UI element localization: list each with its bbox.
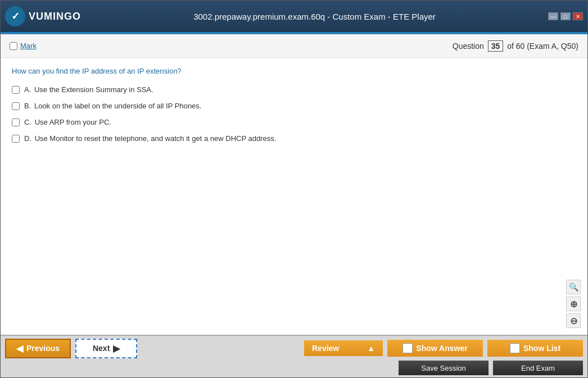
previous-button[interactable]: ◀ Previous [5, 339, 71, 358]
main-window: ✓ VUMINGO 3002.prepaway.premium.exam.60q… [0, 0, 588, 378]
question-text: How can you find the IP address of an IP… [12, 67, 576, 75]
option-c-checkbox[interactable] [12, 119, 20, 126]
option-c-label[interactable]: C. Use ARP from your PC. [24, 118, 111, 126]
window-controls: — □ ✕ [548, 12, 583, 20]
question-of-text: of 60 (Exam A, Q50) [507, 42, 578, 51]
show-answer-icon [402, 343, 413, 353]
content-area: How can you find the IP address of an IP… [1, 58, 587, 335]
option-a: A. Use the Extension Summary in SSA. [12, 85, 576, 94]
option-b: B. Look on the label on the underside of… [12, 102, 576, 110]
option-c: C. Use ARP from your PC. [12, 118, 576, 126]
app-title: 3002.prepaway.premium.exam.60q - Custom … [81, 12, 548, 21]
question-info: Question 35 of 60 (Exam A, Q50) [453, 40, 578, 52]
option-d-label[interactable]: D. Use Monitor to reset the telephone, a… [24, 134, 276, 143]
option-d-checkbox[interactable] [12, 135, 20, 143]
zoom-controls: 🔍 ⊕ ⊖ [566, 280, 581, 328]
mark-checkbox[interactable] [10, 42, 17, 50]
mark-label[interactable]: Mark [20, 42, 37, 50]
next-arrow-icon: ▶ [113, 343, 120, 354]
show-list-icon [510, 343, 520, 353]
minimize-button[interactable]: — [548, 12, 558, 20]
end-exam-button[interactable]: End Exam [493, 361, 583, 375]
option-b-checkbox[interactable] [12, 102, 20, 110]
question-header: Mark Question 35 of 60 (Exam A, Q50) [1, 34, 587, 58]
option-a-checkbox[interactable] [12, 86, 20, 94]
option-b-label[interactable]: B. Look on the label on the underside of… [24, 102, 201, 110]
option-d: D. Use Monitor to reset the telephone, a… [12, 134, 576, 143]
mark-section: Mark [10, 42, 37, 50]
option-a-label[interactable]: A. Use the Extension Summary in SSA. [24, 85, 153, 94]
zoom-in-button[interactable]: ⊕ [566, 297, 581, 311]
logo-text: VUMINGO [29, 11, 81, 22]
question-label: Question [453, 42, 484, 51]
next-button[interactable]: Next ▶ [75, 339, 137, 358]
zoom-out-button[interactable]: ⊖ [566, 313, 581, 328]
save-session-button[interactable]: Save Session [399, 361, 489, 375]
logo-checkmark: ✓ [11, 10, 20, 22]
nav-row-1: ◀ Previous Next ▶ Review ▲ Show Answer S… [1, 336, 587, 361]
maximize-button[interactable]: □ [560, 12, 571, 20]
show-list-button[interactable]: Show List [487, 340, 583, 357]
logo: ✓ VUMINGO [5, 6, 81, 26]
nav-row-2: Save Session End Exam [1, 361, 587, 378]
review-button[interactable]: Review ▲ [304, 340, 383, 356]
close-button[interactable]: ✕ [573, 12, 583, 20]
title-bar-left: ✓ VUMINGO [5, 6, 81, 26]
title-bar: ✓ VUMINGO 3002.prepaway.premium.exam.60q… [1, 1, 587, 32]
logo-icon: ✓ [5, 6, 25, 26]
search-icon[interactable]: 🔍 [566, 280, 581, 294]
review-dropdown-icon: ▲ [367, 344, 375, 353]
question-number: 35 [488, 40, 504, 52]
show-answer-button[interactable]: Show Answer [387, 340, 483, 357]
navigation-bar: ◀ Previous Next ▶ Review ▲ Show Answer S… [1, 335, 587, 377]
previous-arrow-icon: ◀ [16, 343, 23, 354]
